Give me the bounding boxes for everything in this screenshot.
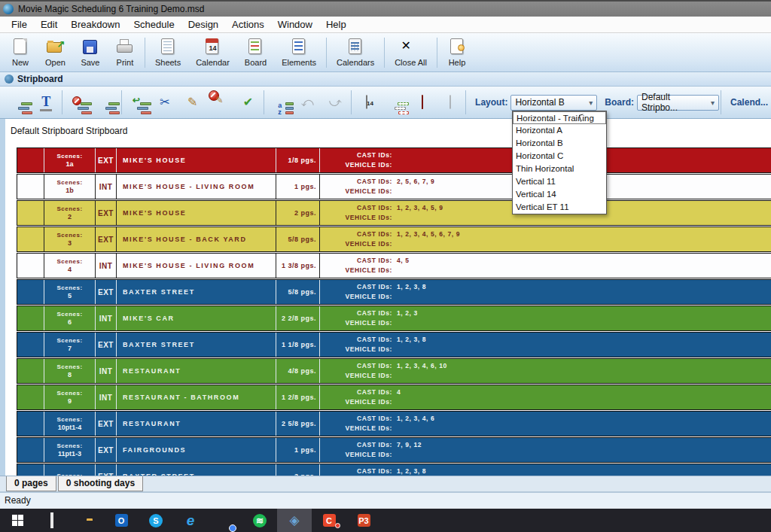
strip-toolbar-separator <box>121 90 122 114</box>
sheet-report-button[interactable] <box>436 90 464 115</box>
delete-strip-button[interactable] <box>64 90 92 115</box>
strip-color-cell <box>17 227 44 251</box>
open-button[interactable]: ↗Open <box>38 35 73 71</box>
strip-row[interactable]: Scenes:7EXTBAXTER STREET1 1/8 pgs.CAST I… <box>17 332 771 357</box>
int-ext-value: EXT <box>98 209 114 217</box>
set-name: MIKE'S HOUSE <box>123 157 186 164</box>
menu-item-edit[interactable]: Edit <box>34 17 64 32</box>
board-button[interactable]: Board <box>237 35 274 71</box>
vehicle-ids-label: VEHICLE IDs: <box>320 213 392 223</box>
pages-cell: 3 pgs. <box>276 464 319 476</box>
int-ext-cell: INT <box>95 254 116 278</box>
outlook-icon: O <box>115 514 128 527</box>
mouse-cursor <box>579 114 585 122</box>
vehicle-ids-value <box>392 160 397 170</box>
cut-button[interactable]: ✂ <box>151 90 178 115</box>
ids-cell: CAST IDs:1, 2, 3, 4, 6, 10VEHICLE IDs: <box>319 359 771 383</box>
strip-row[interactable]: Scenes:3EXTMIKE'S HOUSE - BACK YARD5/8 p… <box>17 226 771 252</box>
layout-option[interactable]: Vertical ET 11 <box>513 201 606 214</box>
board-icon <box>245 38 265 56</box>
menu-item-window[interactable]: Window <box>271 17 319 32</box>
pages-value: 2 5/8 pgs. <box>282 420 316 427</box>
menu-item-file[interactable]: File <box>5 17 34 32</box>
vehicle-ids-value <box>392 424 397 433</box>
layout-option[interactable]: Vertical 14 <box>513 188 606 201</box>
menu-item-breakdown[interactable]: Breakdown <box>64 17 126 32</box>
strip-row[interactable]: Scenes:6INTMIKE'S CAR2 2/8 pgs.CAST IDs:… <box>17 306 771 331</box>
layout-option[interactable]: Horizontal A <box>513 124 606 137</box>
layout-select[interactable]: Horizontal B▾ <box>510 95 597 111</box>
screencast-taskbar-button[interactable]: C <box>312 509 346 532</box>
layout-option[interactable]: Horizontal C <box>513 150 606 163</box>
calendars-button[interactable]: Calendars <box>329 35 382 71</box>
new-button[interactable]: New <box>3 35 38 71</box>
strip-row[interactable]: Scenes:4INTMIKE'S HOUSE - LIVING ROOM1 3… <box>17 253 771 278</box>
strip-row[interactable]: Scenes:5EXTBAXTER STREET5/8 pgs.CAST IDs… <box>17 279 771 305</box>
scene-cell: Scenes:7 <box>44 333 95 357</box>
help-button[interactable]: Help <box>440 35 474 71</box>
close-all-button[interactable]: ✕Close All <box>387 35 434 71</box>
title-bar[interactable]: Movie Magic Scheduling 6 Training Demo.m… <box>0 0 771 17</box>
scene-cell: Scenes:11pt1-3 <box>44 438 95 462</box>
vehicle-ids-label: VEHICLE IDs: <box>320 450 392 460</box>
red-books-button[interactable] <box>408 90 436 115</box>
menu-item-actions[interactable]: Actions <box>225 17 271 32</box>
task-view-taskbar-button[interactable] <box>35 509 69 532</box>
int-ext-value: INT <box>99 262 113 270</box>
scene-number: 1b <box>66 187 74 194</box>
menu-item-schedule[interactable]: Schedule <box>126 17 181 32</box>
sort-strips-button[interactable]: az <box>266 90 294 115</box>
save-button[interactable]: Save <box>73 35 108 71</box>
menu-item-help[interactable]: Help <box>319 17 353 32</box>
menu-item-design[interactable]: Design <box>181 17 225 32</box>
chrome-taskbar-button[interactable] <box>208 509 242 532</box>
edit-clipboard-button[interactable]: ✎ <box>178 90 206 115</box>
red-books-icon <box>422 96 423 109</box>
movie-magic-taskbar-button[interactable]: ◈ <box>277 509 312 532</box>
layout-option[interactable]: Horizontal B <box>513 137 606 150</box>
duplicate-strip-button[interactable] <box>92 90 120 115</box>
strip-row[interactable]: Scenes:9INTRESTAURANT - BATHROOM1 2/8 pg… <box>17 385 771 410</box>
send-to-board-button[interactable]: ↩ <box>123 90 151 115</box>
spotify-taskbar-button[interactable]: ≋ <box>242 509 277 532</box>
file-explorer-taskbar-button[interactable] <box>69 509 104 532</box>
calendar-day-button[interactable] <box>353 90 381 115</box>
strip-row[interactable]: Scenes:2EXTMIKE'S HOUSE2 pgs.CAST IDs:1,… <box>17 200 771 226</box>
strip-row[interactable]: Scenes:8INTRESTAURANT4/8 pgs.CAST IDs:1,… <box>17 358 771 384</box>
scene-number: 5 <box>68 292 72 299</box>
grab-strips-button[interactable]: ✔ <box>234 90 262 115</box>
add-strip-button[interactable] <box>5 90 32 115</box>
banner-text-button[interactable]: T <box>32 90 60 115</box>
cast-ids-line: CAST IDs:1, 2, 3, 8 <box>320 335 771 345</box>
redo-button[interactable]: ⤻ <box>322 90 349 115</box>
scenes-label: Scenes: <box>56 442 82 449</box>
elements-button[interactable]: Elements <box>274 35 324 71</box>
stripboard-panel-header[interactable]: Stripboard <box>0 72 771 87</box>
set-name: FAIRGROUNDS <box>123 446 186 454</box>
vehicle-ids-value <box>392 213 397 223</box>
outlook-taskbar-button[interactable]: O <box>104 509 139 532</box>
calendar-button[interactable]: 14Calendar <box>188 35 237 71</box>
print-button[interactable]: Print <box>108 35 142 71</box>
sheets-button[interactable]: Sheets <box>148 35 188 71</box>
undo-button[interactable]: ⤺ <box>294 90 322 115</box>
layout-option[interactable]: Thin Horizontal <box>513 163 606 175</box>
strip-row[interactable]: Scenes:10pt1-4EXTRESTAURANT2 5/8 pgs.CAS… <box>17 411 771 436</box>
skype-taskbar-button[interactable]: S <box>139 509 173 532</box>
internet-explorer-taskbar-button[interactable]: e <box>173 509 208 532</box>
daybreak-strip-button[interactable] <box>380 90 408 115</box>
windows-start-taskbar-button[interactable] <box>0 509 35 532</box>
scene-cell: Scenes:9 <box>44 385 95 409</box>
close-all-icon: ✕ <box>401 38 421 56</box>
clear-edit-button[interactable]: ✎ <box>206 90 234 115</box>
powerpoint-taskbar-button[interactable]: P3 <box>346 509 381 532</box>
toolbar-button-label: New <box>12 58 29 67</box>
strip-row[interactable]: Scenes:1aEXTMIKE'S HOUSE1/8 pgs.CAST IDs… <box>17 147 771 173</box>
layout-option[interactable]: Vertical 11 <box>513 175 606 188</box>
layout-option[interactable]: Horizontal - Training <box>513 111 606 124</box>
board-select[interactable]: Default Stripbo...▾ <box>637 95 719 111</box>
set-name: MIKE'S HOUSE <box>123 209 186 217</box>
strip-row[interactable]: Scenes:1bINTMIKE'S HOUSE - LIVING ROOM1 … <box>17 174 771 199</box>
strip-row[interactable]: Scenes:11pt1-3EXTFAIRGROUNDS1 pgs.CAST I… <box>17 437 771 463</box>
strip-row[interactable]: Scenes:EXTBAXTER STREET3 pgs.CAST IDs:1,… <box>17 464 771 476</box>
